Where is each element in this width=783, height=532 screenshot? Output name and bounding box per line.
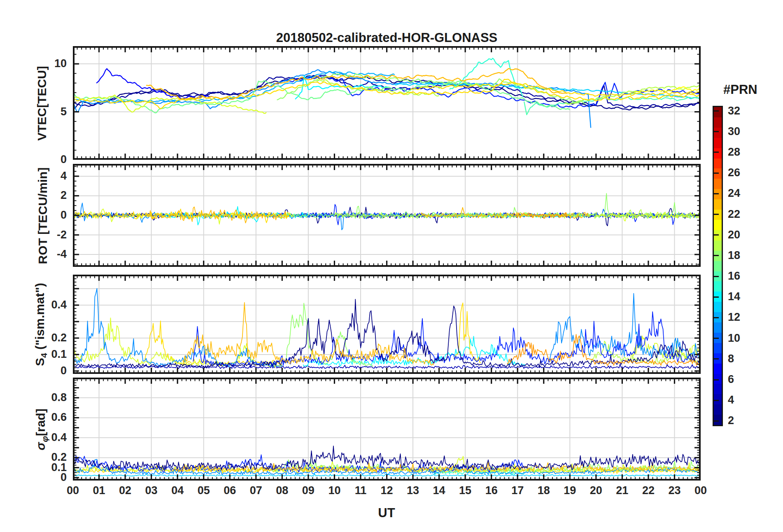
colorbar-tick [714, 358, 719, 359]
xtick-label-10: 10 [320, 484, 349, 497]
colorbar-tick [714, 255, 719, 256]
colorbar-tick-label: 18 [728, 249, 740, 262]
colorbar-segment [714, 364, 722, 374]
figure: 20180502-calibrated-HOR-GLONASS VTEC[TEC… [0, 0, 783, 532]
xtick-label-19: 19 [555, 484, 584, 497]
s4-series-prn11 [73, 289, 282, 367]
s4-series-prn22 [454, 303, 481, 363]
colorbar-segment [714, 240, 722, 251]
s4-ytick-label: 0.1 [5, 348, 67, 361]
colorbar-segment [714, 220, 722, 230]
colorbar-segment [714, 404, 722, 415]
xtick-label-08: 08 [268, 484, 296, 497]
colorbar-segment [714, 117, 722, 128]
colorbar-tick [714, 234, 719, 236]
sigma_phi-ytick-label: 0.8 [5, 391, 67, 404]
colorbar-segment [714, 159, 722, 169]
rot-ytick-label: -2 [5, 229, 67, 241]
colorbar-tick [714, 110, 719, 112]
xtick-label-14: 14 [425, 484, 454, 497]
colorbar-tick-label: 2 [728, 414, 734, 427]
colorbar-tick [714, 400, 719, 401]
colorbar-tick [714, 131, 719, 132]
colorbar-segment [714, 138, 722, 148]
x-axis-label: UT [370, 506, 403, 520]
xtick-label-15: 15 [451, 484, 480, 497]
sigma_phi-ytick-label: 0.4 [5, 431, 67, 444]
xtick-label-18: 18 [529, 484, 558, 497]
colorbar-tick-label: 10 [728, 332, 740, 345]
colorbar-segment [714, 281, 722, 292]
xtick-label-06: 06 [215, 484, 244, 497]
colorbar-tick-label: 30 [728, 125, 740, 138]
colorbar-tick [714, 152, 719, 153]
s4-ytick-label: 0.2 [5, 331, 67, 344]
xtick-label-11: 11 [346, 484, 375, 497]
colorbar-tick-label: 16 [728, 270, 740, 282]
xtick-label-17: 17 [503, 484, 532, 497]
xtick-label-12: 12 [373, 484, 401, 497]
colorbar-segment [714, 179, 722, 189]
colorbar-tick [714, 214, 719, 215]
sigma_phi-ytick-label: 0 [5, 471, 67, 484]
s4-panel [73, 275, 701, 374]
xtick-label-23: 23 [660, 484, 689, 497]
colorbar-tick [714, 338, 719, 339]
sigma_phi-panel [73, 378, 701, 481]
xtick-label-20: 20 [582, 484, 611, 497]
colorbar-tick-label: 24 [728, 187, 740, 200]
colorbar-tick-label: 20 [728, 229, 740, 241]
colorbar-tick-label: 28 [728, 146, 740, 159]
colorbar-segment [714, 199, 722, 210]
colorbar-tick [714, 296, 719, 298]
s4-ytick-label: 0 [5, 364, 67, 377]
rot-ytick-label: 0 [5, 209, 67, 222]
vtec-ytick-label: 5 [5, 105, 67, 118]
colorbar-segment [714, 415, 722, 425]
colorbar-tick-label: 22 [728, 208, 740, 221]
colorbar-segment [714, 343, 722, 353]
colorbar-segment [714, 148, 722, 159]
xtick-label-04: 04 [163, 484, 192, 497]
vtec-axis-label-text: VTEC[TECU] [35, 66, 49, 141]
colorbar-tick-label: 26 [728, 166, 740, 179]
xtick-label-03: 03 [137, 484, 166, 497]
rot-ytick-label: -4 [5, 248, 67, 261]
xtick-label-22: 22 [634, 484, 663, 497]
colorbar-segment [714, 168, 722, 179]
colorbar-tick [714, 379, 719, 380]
vtec-ytick-label: 10 [5, 57, 67, 70]
xtick-label-21: 21 [608, 484, 636, 497]
colorbar-segment [714, 384, 722, 394]
colorbar-tick [714, 173, 719, 174]
sigma_phi-series-prn2 [73, 446, 701, 470]
colorbar-segment [714, 107, 722, 117]
colorbar-segment [714, 302, 722, 312]
chart-title: 20180502-calibrated-HOR-GLONASS [73, 30, 701, 45]
s4-series-prn11 [549, 294, 701, 361]
s4-ytick-label: 0.4 [5, 299, 67, 311]
xtick-label-00: 00 [686, 484, 715, 497]
xtick-label-05: 05 [189, 484, 218, 497]
colorbar-tick [714, 420, 719, 422]
s4-series-prn2 [73, 299, 701, 368]
rot-ytick-label: 2 [5, 189, 67, 202]
vtec-panel [73, 46, 701, 160]
rot-panel [73, 164, 701, 267]
xtick-label-07: 07 [242, 484, 270, 497]
colorbar [713, 106, 723, 426]
xtick-label-02: 02 [111, 484, 140, 497]
colorbar-title: #PRN [723, 82, 757, 97]
colorbar-tick-label: 4 [728, 394, 734, 406]
colorbar-tick-label: 12 [728, 311, 740, 324]
xtick-label-00: 00 [58, 484, 87, 497]
vtec-series-prn7 [96, 69, 212, 99]
colorbar-tick [714, 193, 719, 194]
colorbar-tick-label: 8 [728, 352, 734, 365]
xtick-label-13: 13 [398, 484, 427, 497]
colorbar-tick [714, 276, 719, 277]
rot-ytick-label: 4 [5, 170, 67, 182]
sigma_phi-ytick-label: 0.6 [5, 411, 67, 424]
vtec-ytick-label: 0 [5, 153, 67, 166]
colorbar-tick-label: 6 [728, 373, 734, 386]
